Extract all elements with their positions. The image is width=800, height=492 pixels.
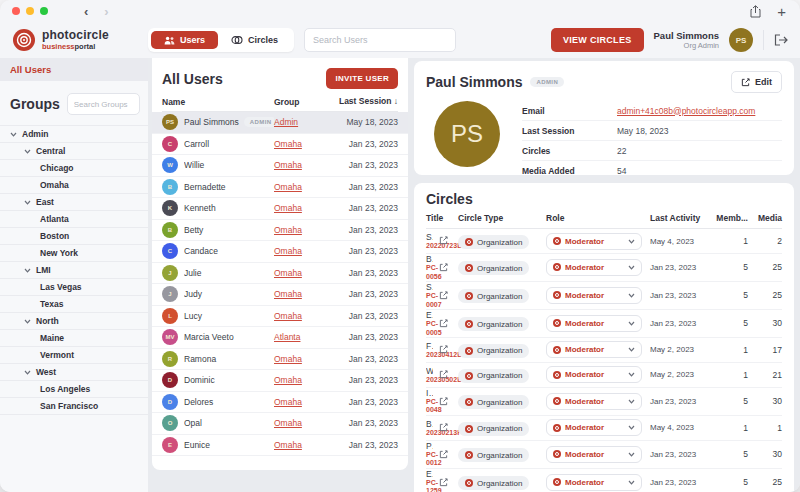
table-row[interactable]: RRamonaOmahaJan 23, 2023 bbox=[152, 349, 408, 371]
circle-title-cell: EcologyPC-1259 bbox=[426, 469, 458, 492]
zoom-window-button[interactable] bbox=[40, 7, 48, 15]
table-row[interactable]: DDominicOmahaJan 23, 2023 bbox=[152, 370, 408, 392]
user-group-link[interactable]: Omaha bbox=[274, 397, 302, 407]
user-group-link[interactable]: Omaha bbox=[274, 418, 302, 428]
table-row[interactable]: WWillieOmahaJan 23, 2023 bbox=[152, 155, 408, 177]
forward-button[interactable]: › bbox=[96, 5, 116, 18]
external-link-icon[interactable] bbox=[439, 345, 448, 354]
role-dropdown[interactable]: Moderator bbox=[546, 474, 642, 491]
sidebar-item-san-francisco[interactable]: San Francisco bbox=[0, 398, 148, 415]
moderator-icon bbox=[553, 397, 561, 405]
sidebar-item-all-users[interactable]: All Users bbox=[0, 58, 148, 81]
external-link-icon[interactable] bbox=[439, 319, 448, 328]
edit-button[interactable]: Edit bbox=[731, 71, 782, 93]
column-header-title[interactable]: Title bbox=[426, 213, 458, 223]
table-row[interactable]: EEuniceOmahaJan 23, 2023 bbox=[152, 435, 408, 457]
column-header-last-activity[interactable]: Last Activity bbox=[650, 213, 712, 223]
column-header-members[interactable]: Memb... bbox=[712, 213, 748, 223]
column-header-role[interactable]: Role bbox=[546, 213, 650, 223]
user-group-link[interactable]: Admin bbox=[274, 117, 298, 127]
sidebar-item-admin[interactable]: Admin bbox=[0, 126, 148, 143]
sidebar-item-maine[interactable]: Maine bbox=[0, 330, 148, 347]
role-dropdown[interactable]: Moderator bbox=[546, 315, 642, 332]
user-group-link[interactable]: Omaha bbox=[274, 225, 302, 235]
tab-circles[interactable]: Circles bbox=[218, 31, 291, 49]
external-link-icon[interactable] bbox=[439, 450, 448, 459]
role-dropdown[interactable]: Moderator bbox=[546, 259, 642, 276]
table-row[interactable]: KKennethOmahaJan 23, 2023 bbox=[152, 198, 408, 220]
share-icon[interactable] bbox=[750, 5, 761, 18]
search-groups-input[interactable] bbox=[67, 93, 140, 115]
sidebar-item-central[interactable]: Central bbox=[0, 143, 148, 160]
user-group-link[interactable]: Omaha bbox=[274, 354, 302, 364]
user-group-link[interactable]: Omaha bbox=[274, 203, 302, 213]
table-row[interactable]: OOpalOmahaJan 23, 2023 bbox=[152, 413, 408, 435]
sidebar-item-los-angeles[interactable]: Los Angeles bbox=[0, 381, 148, 398]
user-group-link[interactable]: Omaha bbox=[274, 160, 302, 170]
table-row[interactable]: BBettyOmahaJan 23, 2023 bbox=[152, 220, 408, 242]
sidebar-item-boston[interactable]: Boston bbox=[0, 228, 148, 245]
sidebar-item-east[interactable]: East bbox=[0, 194, 148, 211]
user-group-link[interactable]: Omaha bbox=[274, 268, 302, 278]
column-header-media[interactable]: Media bbox=[748, 213, 782, 223]
column-header-name[interactable]: Name bbox=[162, 97, 274, 107]
user-group-link[interactable]: Atlanta bbox=[274, 332, 300, 342]
external-link-icon[interactable] bbox=[439, 397, 448, 406]
sidebar-item-vermont[interactable]: Vermont bbox=[0, 347, 148, 364]
table-row[interactable]: BBernadetteOmahaJan 23, 2023 bbox=[152, 177, 408, 199]
user-group-link[interactable]: Omaha bbox=[274, 182, 302, 192]
sidebar-item-omaha[interactable]: Omaha bbox=[0, 177, 148, 194]
back-button[interactable]: ‹ bbox=[76, 5, 96, 18]
table-row[interactable]: PSPaul SimmonsADMINAdminMay 18, 2023 bbox=[152, 112, 408, 134]
sidebar-item-atlanta[interactable]: Atlanta bbox=[0, 211, 148, 228]
sidebar-item-las-vegas[interactable]: Las Vegas bbox=[0, 279, 148, 296]
circle-media: 30 bbox=[748, 449, 782, 459]
role-dropdown[interactable]: Moderator bbox=[546, 341, 642, 358]
sidebar-item-west[interactable]: West bbox=[0, 364, 148, 381]
sidebar-item-texas[interactable]: Texas bbox=[0, 296, 148, 313]
sidebar-item-north[interactable]: North bbox=[0, 313, 148, 330]
role-dropdown[interactable]: Moderator bbox=[546, 233, 642, 250]
table-row[interactable]: DDeloresOmahaJan 23, 2023 bbox=[152, 392, 408, 414]
user-group-link[interactable]: Omaha bbox=[274, 139, 302, 149]
sidebar-item-lmi[interactable]: LMI bbox=[0, 262, 148, 279]
circle-title: Pets bbox=[426, 441, 433, 451]
column-header-group[interactable]: Group bbox=[274, 97, 336, 107]
table-row[interactable]: MVMarcia VeetoAtlantaJan 23, 2023 bbox=[152, 327, 408, 349]
role-dropdown[interactable]: Moderator bbox=[546, 419, 642, 436]
user-group-link[interactable]: Omaha bbox=[274, 311, 302, 321]
avatar[interactable]: PS bbox=[729, 28, 753, 52]
invite-user-button[interactable]: INVITE USER bbox=[326, 68, 398, 89]
role-dropdown[interactable]: Moderator bbox=[546, 366, 642, 383]
tab-users[interactable]: Users bbox=[151, 31, 218, 49]
sidebar-item-chicago[interactable]: Chicago bbox=[0, 160, 148, 177]
table-row[interactable]: JJulieOmahaJan 23, 2023 bbox=[152, 263, 408, 285]
external-link-icon[interactable] bbox=[439, 370, 448, 379]
role-dropdown[interactable]: Moderator bbox=[546, 287, 642, 304]
table-row[interactable]: LLucyOmahaJan 23, 2023 bbox=[152, 306, 408, 328]
new-tab-icon[interactable]: + bbox=[777, 4, 786, 19]
close-window-button[interactable] bbox=[12, 7, 20, 15]
user-group-link[interactable]: Omaha bbox=[274, 246, 302, 256]
sidebar-item-new-york[interactable]: New York bbox=[0, 245, 148, 262]
user-group-link[interactable]: Omaha bbox=[274, 375, 302, 385]
field-value[interactable]: admin+41c08b@photocircleapp.com bbox=[617, 106, 755, 116]
search-users-input[interactable] bbox=[304, 28, 456, 52]
view-circles-button[interactable]: VIEW CIRCLES bbox=[551, 28, 644, 52]
table-row[interactable]: CCandaceOmahaJan 23, 2023 bbox=[152, 241, 408, 263]
user-group-link[interactable]: Omaha bbox=[274, 289, 302, 299]
sign-out-icon[interactable] bbox=[774, 34, 788, 46]
column-header-circle-type[interactable]: Circle Type bbox=[458, 213, 546, 223]
role-dropdown[interactable]: Moderator bbox=[546, 446, 642, 463]
external-link-icon[interactable] bbox=[439, 263, 448, 272]
external-link-icon[interactable] bbox=[439, 423, 448, 432]
external-link-icon[interactable] bbox=[439, 478, 448, 487]
user-group-link[interactable]: Omaha bbox=[274, 440, 302, 450]
table-row[interactable]: JJudyOmahaJan 23, 2023 bbox=[152, 284, 408, 306]
column-header-last-session[interactable]: Last Session ↓ bbox=[336, 97, 398, 107]
role-dropdown[interactable]: Moderator bbox=[546, 393, 642, 410]
table-row[interactable]: CCarrollOmahaJan 23, 2023 bbox=[152, 134, 408, 156]
external-link-icon[interactable] bbox=[439, 236, 448, 245]
external-link-icon[interactable] bbox=[439, 291, 448, 300]
minimize-window-button[interactable] bbox=[26, 7, 34, 15]
